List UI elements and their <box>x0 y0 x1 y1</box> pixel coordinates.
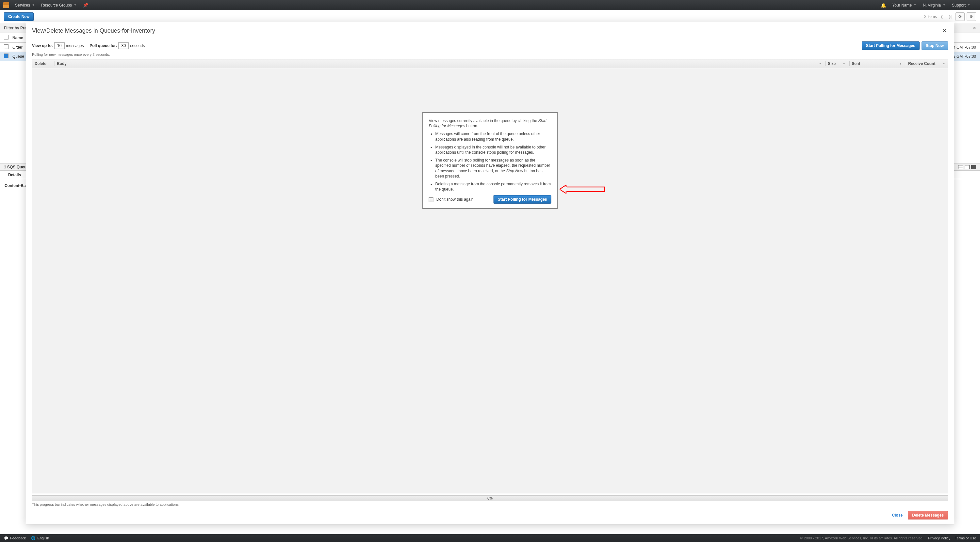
bell-icon[interactable]: 🔔 <box>881 3 886 8</box>
nav-support-label: Support <box>952 3 966 8</box>
nav-region-label: N. Virginia <box>923 3 941 8</box>
chevron-down-icon: ▼ <box>914 3 916 6</box>
col-receive-count[interactable]: Receive Count <box>908 61 942 66</box>
col-size[interactable]: Size <box>828 61 843 66</box>
svg-marker-1 <box>560 185 566 193</box>
start-polling-button[interactable]: Start Polling for Messages <box>862 41 920 50</box>
aws-logo-icon[interactable] <box>3 2 9 8</box>
polling-note: Polling for new messages once every 2 se… <box>26 52 954 59</box>
nav-resource-groups[interactable]: Resource Groups ▼ <box>41 3 76 8</box>
dont-show-checkbox[interactable] <box>429 197 433 202</box>
nav-region[interactable]: N. Virginia ▼ <box>923 3 945 8</box>
top-nav: Services ▼ Resource Groups ▼ 📌 🔔 Your Na… <box>0 0 980 10</box>
info-dialog: View messages currently available in the… <box>422 112 558 209</box>
info-bullet: The console will stop polling for messag… <box>436 158 551 179</box>
nav-user[interactable]: Your Name ▼ <box>892 3 916 8</box>
sort-icon[interactable]: ▼ <box>899 62 902 65</box>
chevron-down-icon: ▼ <box>967 3 970 6</box>
close-icon[interactable]: ✕ <box>940 27 948 35</box>
messages-unit: messages <box>66 43 84 48</box>
svg-rect-0 <box>566 187 605 192</box>
view-delete-messages-modal: View/Delete Messages in Queues-for-Inven… <box>26 22 954 228</box>
nav-user-label: Your Name <box>892 3 912 8</box>
messages-header: Delete Body ▼ Size ▼ Sent ▼ Receive Coun… <box>32 59 948 68</box>
messages-body: View messages currently available in the… <box>32 68 948 228</box>
annotation-arrow-icon <box>560 185 605 193</box>
col-body[interactable]: Body <box>57 61 819 66</box>
pin-icon[interactable]: 📌 <box>83 3 88 8</box>
nav-resource-groups-label: Resource Groups <box>41 3 72 8</box>
view-up-to-input[interactable] <box>54 43 65 49</box>
view-up-to-label: View up to: <box>32 43 53 48</box>
modal-backdrop: View/Delete Messages in Queues-for-Inven… <box>0 10 980 228</box>
poll-for-label: Poll queue for: <box>89 43 117 48</box>
sort-icon[interactable]: ▼ <box>819 62 822 65</box>
dont-show-again[interactable]: Don't show this again. <box>429 197 475 202</box>
stop-now-button[interactable]: Stop Now <box>921 41 948 50</box>
chevron-down-icon: ▼ <box>74 3 76 6</box>
sort-icon[interactable]: ▼ <box>843 62 845 65</box>
sort-icon[interactable]: ▼ <box>942 62 945 65</box>
svg-rect-2 <box>565 187 567 192</box>
nav-services-label: Services <box>15 3 30 8</box>
info-bullet: Messages will come from the front of the… <box>436 131 551 142</box>
col-sent[interactable]: Sent <box>852 61 899 66</box>
chevron-down-icon: ▼ <box>32 3 35 6</box>
info-bullet: Messages displayed in the console will n… <box>436 144 551 155</box>
poll-for-input[interactable] <box>118 43 129 49</box>
chevron-down-icon: ▼ <box>943 3 945 6</box>
nav-services[interactable]: Services ▼ <box>15 3 35 8</box>
nav-support[interactable]: Support ▼ <box>952 3 970 8</box>
info-start-polling-button[interactable]: Start Polling for Messages <box>493 195 551 204</box>
seconds-unit: seconds <box>130 43 145 48</box>
info-intro: View messages currently available in the… <box>429 118 551 128</box>
info-bullet: Deleting a message from the console perm… <box>436 181 551 192</box>
col-delete[interactable]: Delete <box>35 61 52 66</box>
modal-title: View/Delete Messages in Queues-for-Inven… <box>32 27 155 34</box>
